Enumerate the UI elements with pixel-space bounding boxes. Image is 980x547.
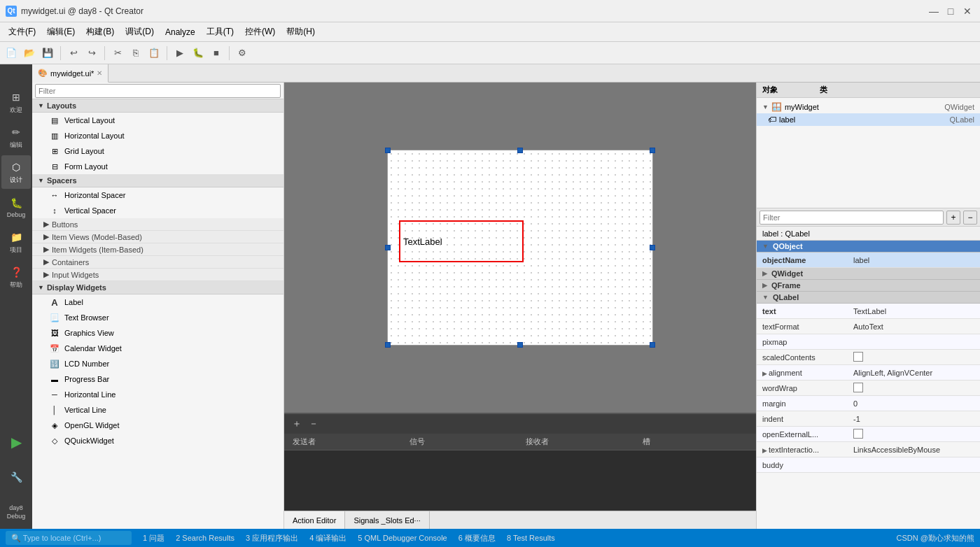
statusbar-search-input[interactable] — [6, 531, 132, 545]
widget-calendar[interactable]: 📅 Calendar Widget — [32, 341, 284, 356]
prop-remove-button[interactable]: − — [963, 211, 977, 225]
sidebar-item-projects[interactable]: 📁 项目 — [1, 225, 31, 259]
widget-grid-layout[interactable]: ⊞ Grid Layout — [32, 143, 284, 159]
widget-horizontal-spacer[interactable]: ↔ Horizontal Spacer — [32, 187, 284, 203]
menu-edit[interactable]: 编辑(E) — [41, 23, 80, 41]
tab-action-editor[interactable]: Action Editor — [284, 511, 345, 530]
minimize-button[interactable]: — — [927, 4, 941, 18]
status-compile-output[interactable]: 4 编译输出 — [309, 533, 346, 544]
prop-row-objectname[interactable]: objectName label — [757, 253, 980, 268]
prop-row-indent[interactable]: indent -1 — [757, 411, 980, 427]
status-search-results[interactable]: 2 Search Results — [176, 534, 234, 542]
prop-section-qobject[interactable]: ▼ QObject — [757, 241, 980, 253]
menu-debug[interactable]: 调试(D) — [120, 23, 160, 41]
status-app-output[interactable]: 3 应用程序输出 — [246, 533, 298, 544]
prop-section-qframe[interactable]: ▶ QFrame — [757, 280, 980, 292]
prop-row-buddy[interactable]: buddy — [757, 457, 980, 473]
toolbar-new[interactable]: 📄 — [3, 45, 20, 62]
category-display-widgets[interactable]: ▼ Display Widgets — [32, 281, 284, 294]
prop-row-alignment[interactable]: ▶alignment AlignLeft, AlignVCenter — [757, 365, 980, 381]
menu-build[interactable]: 构建(B) — [80, 23, 120, 41]
toolbar-debug-run[interactable]: 🐛 — [190, 45, 206, 62]
obj-row-mywidget[interactable]: ▼ 🪟 myWidget QWidget — [757, 101, 980, 113]
checkbox-icon[interactable] — [853, 383, 863, 392]
resize-handle-ml[interactable] — [385, 245, 391, 250]
resize-handle-bl[interactable] — [385, 342, 391, 348]
widget-horizontal-layout[interactable]: ▥ Horizontal Layout — [32, 128, 284, 143]
toolbar-copy[interactable]: ⎘ — [127, 45, 144, 62]
close-button[interactable]: ✕ — [960, 4, 974, 18]
text-label-widget[interactable]: TextLabel — [399, 220, 524, 262]
prop-row-pixmap[interactable]: pixmap — [757, 334, 980, 350]
toolbar-save[interactable]: 💾 — [39, 45, 56, 62]
sidebar-item-edit[interactable]: ✏ 编辑 — [1, 120, 31, 154]
obj-row-label[interactable]: 🏷 label QLabel — [757, 113, 980, 126]
menu-analyze[interactable]: Analyze — [160, 24, 201, 40]
widget-text-browser[interactable]: 📃 Text Browser — [32, 310, 284, 325]
toolbar-undo[interactable]: ↩ — [65, 45, 82, 62]
menu-widgets[interactable]: 控件(W) — [239, 23, 281, 41]
category-input-widgets[interactable]: ▶ Input Widgets — [32, 269, 284, 281]
resize-handle-mr[interactable] — [650, 245, 655, 250]
prop-row-text[interactable]: text TextLabel — [757, 304, 980, 319]
status-general-messages[interactable]: 6 概要信息 — [458, 533, 496, 544]
prop-section-qlabel[interactable]: ▼ QLabel — [757, 292, 980, 304]
sidebar-item-day8[interactable]: day8 Debug — [1, 495, 31, 529]
prop-row-openexternal[interactable]: openExternalL... — [757, 427, 980, 442]
widget-opengl[interactable]: ◈ OpenGL Widget — [32, 418, 284, 433]
prop-row-scaledcontents[interactable]: scaledContents — [757, 350, 980, 365]
prop-section-qwidget[interactable]: ▶ QWidget — [757, 268, 980, 280]
prop-row-textinteraction[interactable]: ▶textInteractio... LinksAccessibleByMous… — [757, 442, 980, 457]
status-problems[interactable]: 1 问题 — [143, 533, 164, 544]
prop-row-margin[interactable]: margin 0 — [757, 396, 980, 411]
resize-handle-bm[interactable] — [517, 342, 523, 348]
prop-filter-input[interactable] — [760, 211, 944, 225]
resize-handle-tr[interactable] — [650, 148, 655, 153]
remove-connection-button[interactable]: － — [307, 417, 321, 431]
widget-graphics-view[interactable]: 🖼 Graphics View — [32, 325, 284, 341]
widget-horizontal-line[interactable]: ─ Horizontal Line — [32, 387, 284, 402]
widget-vertical-layout[interactable]: ▤ Vertical Layout — [32, 113, 284, 128]
toolbar-open[interactable]: 📂 — [21, 45, 38, 62]
sidebar-item-debug[interactable]: 🐛 Debug — [1, 190, 31, 224]
tab-close-icon[interactable]: ✕ — [97, 69, 102, 77]
sidebar-item-design[interactable]: ⬡ 设计 — [1, 155, 31, 189]
sidebar-item-help[interactable]: ❓ 帮助 — [1, 260, 31, 294]
resize-handle-tl[interactable] — [385, 148, 391, 153]
checkbox-icon[interactable] — [853, 429, 863, 439]
widget-vertical-line[interactable]: │ Vertical Line — [32, 402, 284, 418]
toolbar-cut[interactable]: ✂ — [109, 45, 126, 62]
checkbox-icon[interactable] — [853, 352, 863, 362]
prop-add-button[interactable]: + — [946, 211, 960, 225]
toolbar-run[interactable]: ▶ — [172, 45, 188, 62]
category-layouts[interactable]: ▼ Layouts — [32, 99, 284, 113]
menu-help[interactable]: 帮助(H) — [281, 23, 321, 41]
canvas-container[interactable]: TextLabel — [284, 83, 756, 413]
toolbar-settings[interactable]: ⚙ — [234, 45, 251, 62]
tab-signals-slots[interactable]: Signals _Slots Ed··· — [345, 511, 429, 530]
widget-progress-bar[interactable]: ▬ Progress Bar — [32, 371, 284, 387]
widget-form-layout[interactable]: ⊟ Form Layout — [32, 159, 284, 174]
resize-handle-br[interactable] — [650, 342, 655, 348]
category-item-widgets[interactable]: ▶ Item Widgets (Item-Based) — [32, 243, 284, 256]
sidebar-item-run[interactable]: ▶ — [1, 425, 31, 459]
category-item-views[interactable]: ▶ Item Views (Model-Based) — [32, 231, 284, 243]
sidebar-item-build[interactable]: 🔧 — [1, 460, 31, 494]
status-qml-debugger[interactable]: 5 QML Debugger Console — [358, 534, 447, 542]
sidebar-item-welcome[interactable]: ⊞ 欢迎 — [1, 85, 31, 119]
category-buttons[interactable]: ▶ Buttons — [32, 218, 284, 231]
resize-handle-tm[interactable] — [517, 148, 523, 153]
category-spacers[interactable]: ▼ Spacers — [32, 174, 284, 187]
status-test-results[interactable]: 8 Test Results — [507, 534, 555, 542]
toolbar-paste[interactable]: 📋 — [146, 45, 162, 62]
widget-vertical-spacer[interactable]: ↕ Vertical Spacer — [32, 203, 284, 218]
canvas-widget[interactable]: TextLabel — [387, 150, 653, 346]
widget-qquick[interactable]: ◇ QQuickWidget — [32, 433, 284, 448]
add-connection-button[interactable]: ＋ — [290, 417, 304, 431]
tab-mywidget[interactable]: 🎨 mywidget.ui* ✕ — [32, 64, 108, 83]
widget-lcd-number[interactable]: 🔢 LCD Number — [32, 356, 284, 371]
toolbar-redo[interactable]: ↪ — [83, 45, 100, 62]
menu-tools[interactable]: 工具(T) — [201, 23, 239, 41]
category-containers[interactable]: ▶ Containers — [32, 256, 284, 269]
widget-filter-input[interactable] — [35, 84, 281, 98]
